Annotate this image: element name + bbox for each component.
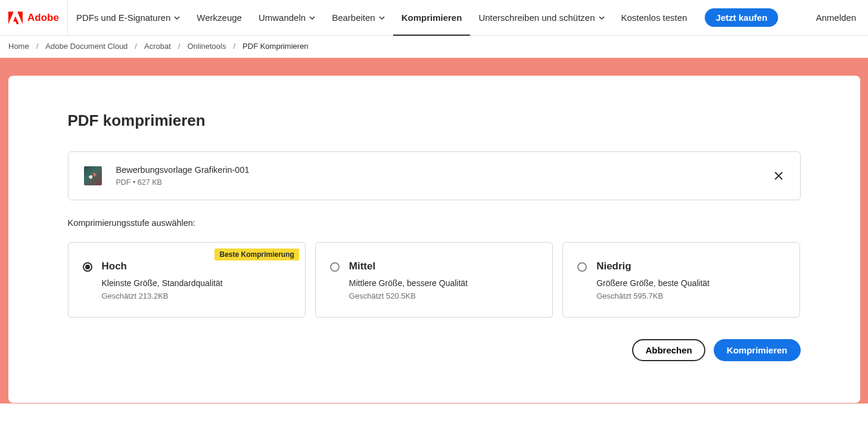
crumb-current: PDF Komprimieren	[242, 42, 309, 51]
nav-label: Werkzeuge	[197, 13, 242, 23]
buy-now-button[interactable]: Jetzt kaufen	[705, 8, 778, 27]
nav-umwandeln[interactable]: Umwandeln	[250, 0, 323, 35]
crumb-onlinetools[interactable]: Onlinetools	[187, 42, 226, 51]
option-estimate: Geschätzt 595.7KB	[596, 291, 785, 300]
option-title: Mittel	[349, 260, 538, 272]
close-icon[interactable]	[773, 170, 785, 182]
nav-komprimieren[interactable]: Komprimieren	[393, 0, 471, 35]
nav-label: Bearbeiten	[332, 13, 375, 23]
nav-pdfs-esignatures[interactable]: PDFs und E-Signaturen	[68, 0, 188, 35]
page-title: PDF komprimieren	[68, 111, 801, 130]
brand-name: Adobe	[27, 12, 59, 24]
radio-hoch[interactable]	[83, 262, 92, 272]
file-thumbnail	[84, 166, 102, 185]
action-buttons: Abbrechen Komprimieren	[68, 339, 801, 361]
nav-bearbeiten[interactable]: Bearbeiten	[323, 0, 393, 35]
brand[interactable]: Adobe	[0, 0, 68, 35]
nav-kostenlos-testen[interactable]: Kostenlos testen	[613, 0, 696, 35]
nav-werkzeuge[interactable]: Werkzeuge	[188, 0, 250, 35]
option-niedrig[interactable]: Niedrig Größere Größe, beste Qualität Ge…	[562, 242, 800, 318]
file-name: Bewerbungsvorlage Grafikerin-001	[116, 165, 758, 175]
file-meta: PDF • 627 KB	[116, 178, 758, 187]
crumb-separator: /	[178, 42, 181, 51]
option-mittel[interactable]: Mittel Mittlere Größe, bessere Qualität …	[315, 242, 553, 318]
nav-label: Unterschreiben und schützen	[478, 13, 595, 23]
cancel-button[interactable]: Abbrechen	[632, 339, 705, 361]
nav-label: Kostenlos testen	[621, 13, 687, 23]
breadcrumb: Home / Adobe Document Cloud / Acrobat / …	[0, 36, 868, 58]
option-estimate: Geschätzt 520.5KB	[349, 291, 538, 300]
option-desc: Größere Größe, beste Qualität	[596, 278, 785, 288]
crumb-separator: /	[233, 42, 235, 51]
nav-items: PDFs und E-Signaturen Werkzeuge Umwandel…	[68, 0, 696, 35]
option-title: Niedrig	[596, 260, 785, 272]
nav-label: Umwandeln	[259, 13, 306, 23]
crumb-separator: /	[135, 42, 137, 51]
nav-unterschreiben[interactable]: Unterschreiben und schützen	[470, 0, 612, 35]
nav-label: Komprimieren	[402, 13, 462, 23]
crumb-separator: /	[36, 42, 39, 51]
crumb-document-cloud[interactable]: Adobe Document Cloud	[45, 42, 127, 51]
compression-options: Beste Komprimierung Hoch Kleinste Größe,…	[68, 242, 801, 318]
option-body: Niedrig Größere Größe, beste Qualität Ge…	[596, 260, 785, 300]
main-card: PDF komprimieren Bewerbungsvorlage Grafi…	[8, 76, 860, 403]
option-estimate: Geschätzt 213.2KB	[102, 291, 291, 300]
login-link[interactable]: Anmelden	[804, 13, 868, 23]
radio-niedrig[interactable]	[577, 262, 587, 272]
radio-mittel[interactable]	[330, 262, 340, 272]
crumb-acrobat[interactable]: Acrobat	[144, 42, 171, 51]
banner-area: PDF komprimieren Bewerbungsvorlage Grafi…	[0, 58, 868, 403]
uploaded-file-box: Bewerbungsvorlage Grafikerin-001 PDF • 6…	[68, 151, 801, 200]
option-title: Hoch	[102, 260, 291, 272]
option-body: Mittel Mittlere Größe, bessere Qualität …	[349, 260, 538, 300]
option-desc: Mittlere Größe, bessere Qualität	[349, 278, 538, 288]
chevron-down-icon	[309, 15, 315, 21]
option-desc: Kleinste Größe, Standardqualität	[102, 278, 291, 288]
adobe-logo-icon	[8, 11, 23, 24]
nav-label: PDFs und E-Signaturen	[76, 13, 170, 23]
option-hoch[interactable]: Beste Komprimierung Hoch Kleinste Größe,…	[68, 242, 306, 318]
best-compression-badge: Beste Komprimierung	[214, 249, 298, 260]
compress-button[interactable]: Komprimieren	[714, 339, 801, 361]
file-info: Bewerbungsvorlage Grafikerin-001 PDF • 6…	[116, 165, 758, 187]
chevron-down-icon	[599, 15, 605, 21]
chevron-down-icon	[174, 15, 180, 21]
crumb-home[interactable]: Home	[8, 42, 29, 51]
top-nav: Adobe PDFs und E-Signaturen Werkzeuge Um…	[0, 0, 868, 36]
compression-level-label: Komprimierungsstufe auswählen:	[68, 218, 801, 228]
option-body: Hoch Kleinste Größe, Standardqualität Ge…	[102, 260, 291, 300]
chevron-down-icon	[379, 15, 385, 21]
